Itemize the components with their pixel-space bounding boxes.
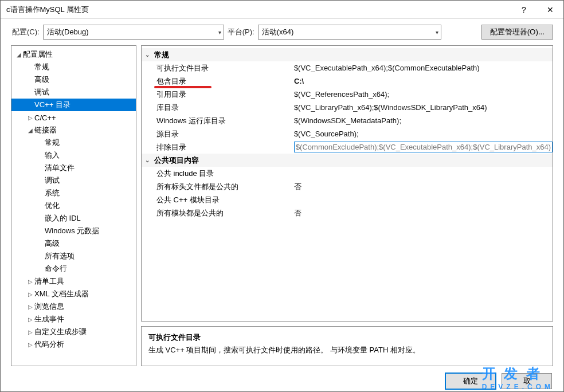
description-text: 生成 VC++ 项目期间，搜索可执行文件时使用的路径。 与环境变量 PATH 相… — [148, 345, 546, 355]
category-row[interactable]: ⌄ 公共项目内容 — [142, 154, 553, 167]
tree-item-label: XML 文档生成器 — [34, 289, 89, 299]
tree-item[interactable]: ▷代码分析 — [11, 338, 136, 351]
description-title: 可执行文件目录 — [148, 332, 546, 343]
expander-closed-icon: ▷ — [26, 342, 34, 348]
config-value: 活动(Debug) — [47, 27, 89, 37]
property-row[interactable]: 公共 include 目录 — [142, 167, 553, 180]
tree-item[interactable]: Windows 元数据 — [11, 225, 136, 237]
toolbar: 配置(C): 活动(Debug) ▾ 平台(P): 活动(x64) ▾ 配置管理… — [1, 19, 563, 45]
tree-item[interactable]: 清单文件 — [11, 162, 136, 174]
tree-item[interactable]: VC++ 目录 — [11, 99, 136, 111]
property-name: 所有标头文件都是公共的 — [154, 182, 294, 192]
property-row[interactable]: 排除目录$(CommonExcludePath);$(VC_Executable… — [142, 140, 553, 154]
cancel-button[interactable]: 取 — [502, 373, 552, 389]
close-button[interactable]: ✕ — [537, 1, 563, 19]
tree-item[interactable]: ▷自定义生成步骤 — [11, 326, 136, 338]
config-label: 配置(C): — [12, 27, 40, 37]
tree-item[interactable]: 输入 — [11, 149, 136, 162]
category-row[interactable]: ⌄ 常规 — [142, 48, 553, 61]
config-manager-button[interactable]: 配置管理器(O)... — [481, 25, 553, 40]
property-name: 包含目录 — [154, 76, 294, 87]
property-row[interactable]: 包含目录C:\ — [142, 75, 553, 88]
property-value[interactable]: $(VC_ReferencesPath_x64); — [294, 90, 553, 99]
property-row[interactable]: 引用目录$(VC_ReferencesPath_x64); — [142, 88, 553, 101]
tree-item[interactable]: 高级 — [11, 73, 136, 86]
tree-item-label: 自定义生成步骤 — [34, 327, 87, 337]
tree-item[interactable]: 所有选项 — [11, 250, 136, 262]
expander-open-icon: ◢ — [26, 127, 34, 134]
property-row[interactable]: 所有模块都是公共的否 — [142, 206, 553, 219]
property-name: 排除目录 — [154, 142, 294, 152]
expander-closed-icon: ▷ — [26, 291, 34, 297]
tree-item-label: 命令行 — [45, 264, 67, 274]
tree-item-label: 清单文件 — [45, 163, 75, 173]
property-value[interactable]: $(WindowsSDK_MetadataPath); — [294, 116, 553, 125]
tree-item-label: 高级 — [34, 75, 49, 85]
tree-item[interactable]: 优化 — [11, 199, 136, 212]
tree-item[interactable]: 调试 — [11, 86, 136, 99]
property-value[interactable]: $(VC_SourcePath); — [294, 130, 553, 138]
tree-item[interactable]: 系统 — [11, 187, 136, 199]
help-button[interactable]: ? — [511, 1, 537, 19]
config-combo[interactable]: 活动(Debug) ▾ — [43, 25, 224, 40]
tree-item[interactable]: ▷清单工具 — [11, 275, 136, 288]
tree-item[interactable]: ▷生成事件 — [11, 313, 136, 326]
tree-item-label: 优化 — [45, 201, 60, 211]
property-value[interactable]: C:\ — [294, 77, 553, 85]
tree-item-label: 高级 — [45, 238, 60, 249]
tree-root[interactable]: ◢ 配置属性 — [11, 48, 136, 61]
expander-closed-icon: ▷ — [26, 329, 34, 335]
property-value[interactable]: $(CommonExcludePath);$(VC_ExecutablePath… — [294, 142, 553, 152]
property-name: 库目录 — [154, 103, 294, 113]
tree-item[interactable]: 嵌入的 IDL — [11, 212, 136, 225]
tree-item[interactable]: ▷XML 文档生成器 — [11, 288, 136, 300]
property-row[interactable]: 公共 C++ 模块目录 — [142, 193, 553, 206]
chevron-down-icon: ▾ — [218, 29, 221, 36]
property-name: 公共 include 目录 — [154, 168, 294, 179]
platform-combo[interactable]: 活动(x64) ▾ — [258, 25, 441, 40]
tree-item[interactable]: ▷C/C++ — [11, 111, 136, 124]
tree-item[interactable]: 常规 — [11, 136, 136, 149]
tree-item-label: Windows 元数据 — [45, 226, 99, 236]
tree-item[interactable]: ▷浏览信息 — [11, 300, 136, 313]
tree-item-label: 浏览信息 — [34, 301, 64, 312]
property-row[interactable]: 所有标头文件都是公共的否 — [142, 180, 553, 193]
property-name: 引用目录 — [154, 89, 294, 100]
property-value[interactable]: $(VC_ExecutablePath_x64);$(CommonExecuta… — [294, 64, 553, 72]
tree-item-label: C/C++ — [34, 113, 56, 122]
tree-item-label: 输入 — [45, 150, 60, 160]
tree-pane[interactable]: ◢ 配置属性 常规高级调试VC++ 目录▷C/C++◢链接器常规输入清单文件调试… — [11, 45, 136, 366]
tree-item[interactable]: 调试 — [11, 174, 136, 187]
expander-closed-icon: ▷ — [26, 279, 34, 285]
description-pane: 可执行文件目录 生成 VC++ 项目期间，搜索可执行文件时使用的路径。 与环境变… — [141, 326, 553, 366]
property-row[interactable]: Windows 运行库目录$(WindowsSDK_MetadataPath); — [142, 114, 553, 127]
tree-item-label: 代码分析 — [34, 339, 64, 350]
tree-item-label: 调试 — [45, 175, 60, 186]
tree-item-label: 所有选项 — [45, 251, 75, 261]
titlebar: c语言操作MySQL 属性页 ? ✕ — [1, 1, 563, 19]
expander-closed-icon: ▷ — [26, 316, 34, 323]
property-value[interactable]: 否 — [294, 182, 553, 192]
tree-item-label: VC++ 目录 — [34, 100, 70, 110]
property-row[interactable]: 源目录$(VC_SourcePath); — [142, 127, 553, 140]
property-grid[interactable]: ⌄ 常规 可执行文件目录$(VC_ExecutablePath_x64);$(C… — [141, 45, 553, 322]
ok-button[interactable]: 确定 — [445, 373, 496, 389]
property-value[interactable]: 否 — [294, 208, 553, 218]
expander-open-icon: ◢ — [15, 52, 23, 58]
property-row[interactable]: 库目录$(VC_LibraryPath_x64);$(WindowsSDK_Li… — [142, 101, 553, 114]
tree-item-label: 常规 — [34, 62, 49, 72]
property-name: 可执行文件目录 — [154, 63, 294, 73]
tree-item[interactable]: ◢链接器 — [11, 124, 136, 136]
platform-value: 活动(x64) — [262, 27, 294, 37]
chevron-down-icon: ▾ — [436, 29, 438, 36]
property-value[interactable]: $(VC_LibraryPath_x64);$(WindowsSDK_Libra… — [294, 103, 553, 112]
tree-item[interactable]: 常规 — [11, 61, 136, 73]
property-name: 源目录 — [154, 129, 294, 139]
tree-item[interactable]: 高级 — [11, 237, 136, 250]
dialog-footer: 确定 取 — [1, 366, 563, 389]
tree-item-label: 系统 — [45, 188, 60, 198]
tree-item[interactable]: 命令行 — [11, 262, 136, 275]
property-row[interactable]: 可执行文件目录$(VC_ExecutablePath_x64);$(Common… — [142, 61, 553, 75]
property-name: 所有模块都是公共的 — [154, 208, 294, 218]
tree-item-label: 生成事件 — [34, 314, 64, 324]
